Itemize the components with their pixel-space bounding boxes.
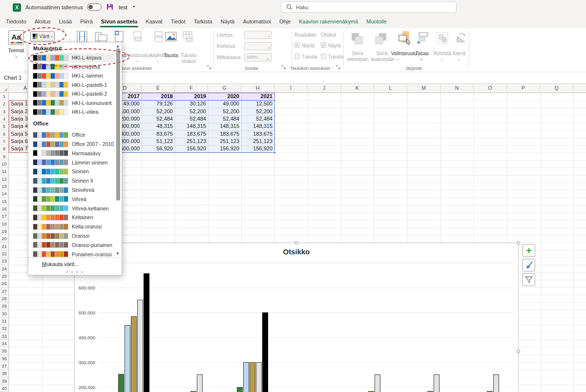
theme-item-vihreä[interactable]: Vihreä bbox=[29, 195, 115, 204]
row-header-28[interactable]: 28 bbox=[0, 295, 8, 302]
row-header-2[interactable]: 2 bbox=[0, 100, 8, 107]
cell-value[interactable]: 148,315 bbox=[175, 123, 208, 130]
cell-value[interactable]: 156,920 bbox=[208, 145, 241, 152]
theme-item-lämmin sininen[interactable]: Lämmin sininen bbox=[29, 158, 115, 167]
theme-item-hki-l-viilea[interactable]: HKI-L-viilea bbox=[29, 107, 115, 117]
select-all-corner[interactable] bbox=[0, 84, 9, 92]
row-header-5[interactable]: 5 bbox=[0, 123, 8, 130]
cell-year-2021[interactable]: 2021 bbox=[241, 93, 274, 100]
scale-to-fit-dialog-launcher-icon[interactable] bbox=[281, 64, 286, 69]
row-header-7[interactable]: 7 bbox=[0, 138, 8, 145]
cell-value[interactable]: 56,920 bbox=[142, 145, 175, 152]
chart-bar-sarja-3[interactable] bbox=[237, 387, 243, 392]
tab-aloitus[interactable]: Aloitus bbox=[34, 16, 52, 28]
row-header-18[interactable]: 18 bbox=[0, 220, 8, 227]
row-header-24[interactable]: 24 bbox=[0, 265, 8, 272]
row-header-25[interactable]: 25 bbox=[0, 272, 8, 280]
chart-filters-button[interactable] bbox=[523, 273, 535, 286]
column-header-I[interactable]: I bbox=[274, 84, 308, 92]
cell-year-2018[interactable]: 2018 bbox=[142, 93, 175, 100]
column-header-F[interactable]: F bbox=[175, 84, 208, 92]
cell-value[interactable]: 52,200 bbox=[208, 108, 241, 115]
row-header-8[interactable]: 8 bbox=[0, 145, 8, 152]
chart-bar-sarja-4[interactable] bbox=[243, 362, 249, 392]
chart-object[interactable]: Otsikko 0100,000200,000300,000400,000500… bbox=[74, 243, 519, 392]
document-title[interactable]: test bbox=[119, 4, 127, 10]
search-input[interactable]: Haku bbox=[281, 1, 457, 13]
cell-value[interactable]: 148,315 bbox=[241, 123, 274, 130]
chart-title[interactable]: Otsikko bbox=[75, 248, 518, 256]
page-setup-dialog-launcher-icon[interactable] bbox=[207, 64, 212, 69]
cell-value[interactable]: 251,123 bbox=[208, 138, 241, 145]
chart-handle-top-center[interactable] bbox=[294, 241, 298, 245]
tab-tiedot[interactable]: Tiedot bbox=[170, 16, 187, 28]
chart-bar-sarja-5[interactable] bbox=[250, 362, 255, 392]
cell-value[interactable]: 48,315 bbox=[142, 123, 175, 130]
cell-value[interactable]: 83,675 bbox=[142, 130, 175, 138]
cell-value[interactable]: 251,123 bbox=[175, 138, 208, 145]
tab-kaavion-rakennen-kym-[interactable]: Kaavion rakennenäkymä bbox=[298, 16, 359, 28]
row-header-39[interactable]: 39 bbox=[0, 377, 8, 385]
theme-item-oranssi[interactable]: Oranssi bbox=[29, 231, 115, 241]
cell-value[interactable]: 52,484 bbox=[241, 115, 274, 123]
theme-item-hki-l-pastelli-1[interactable]: HKI-L-pastelli-1 bbox=[29, 81, 115, 90]
cell-value[interactable]: 12,500 bbox=[241, 100, 274, 107]
theme-item-sinivihreä[interactable]: Sinivihreä bbox=[29, 186, 115, 195]
theme-item-vihreä-keltainen[interactable]: Vihreä-keltainen bbox=[29, 204, 115, 213]
cell-value[interactable]: 52,200 bbox=[175, 108, 208, 115]
cell-value[interactable]: 52,200 bbox=[241, 108, 274, 115]
cell-value[interactable]: 52,484 bbox=[208, 115, 241, 123]
cell-value[interactable]: 52,484 bbox=[142, 115, 175, 123]
background-icon[interactable] bbox=[165, 30, 177, 44]
theme-item-kelta-oranssi[interactable]: Kelta-oranssi bbox=[29, 222, 115, 231]
row-header-10[interactable]: 10 bbox=[0, 160, 8, 167]
row-header-16[interactable]: 16 bbox=[0, 205, 8, 212]
theme-item-oranssi-punainen[interactable]: Oranssi-punainen bbox=[29, 241, 115, 250]
row-header-6[interactable]: 6 bbox=[0, 130, 8, 138]
column-header-M[interactable]: M bbox=[407, 84, 440, 92]
customize-colors-item[interactable]: Mukauta värit... bbox=[42, 261, 79, 267]
row-header-29[interactable]: 29 bbox=[0, 302, 8, 309]
chart-bar-sarja-6[interactable] bbox=[375, 374, 380, 392]
tab-n-yt-[interactable]: Näytä bbox=[220, 16, 236, 28]
cell-value[interactable]: 251,123 bbox=[241, 138, 274, 145]
theme-item-hki-l-lammin[interactable]: HKI-L-lammin bbox=[29, 71, 115, 81]
row-header-22[interactable]: 22 bbox=[0, 250, 8, 257]
chart-bar-sarja-7[interactable] bbox=[262, 312, 268, 392]
cell-value[interactable]: 30,126 bbox=[175, 100, 208, 107]
cell-value[interactable]: 49,000 bbox=[208, 100, 241, 107]
row-header-21[interactable]: 21 bbox=[0, 243, 8, 250]
column-header-K[interactable]: K bbox=[341, 84, 374, 92]
chart-bar-sarja-7[interactable] bbox=[144, 273, 149, 392]
cell-value[interactable]: 148,315 bbox=[208, 123, 241, 130]
row-header-26[interactable]: 26 bbox=[0, 280, 8, 287]
row-header-40[interactable]: 40 bbox=[0, 385, 8, 392]
chart-styles-button[interactable] bbox=[523, 259, 535, 271]
row-header-1[interactable]: 1 bbox=[0, 93, 8, 100]
chart-bar-sarja-6[interactable] bbox=[256, 362, 262, 392]
scrollbar-down-icon[interactable]: ▼ bbox=[116, 251, 120, 256]
tab-tarkista[interactable]: Tarkista bbox=[193, 16, 213, 28]
row-header-33[interactable]: 33 bbox=[0, 332, 8, 340]
column-header-R[interactable]: R bbox=[573, 84, 586, 92]
row-header-32[interactable]: 32 bbox=[0, 325, 8, 332]
cell-year-2020[interactable]: 2020 bbox=[208, 93, 241, 100]
scrollbar-thumb[interactable] bbox=[116, 48, 120, 201]
column-header-G[interactable]: G bbox=[208, 84, 241, 92]
row-header-12[interactable]: 12 bbox=[0, 175, 8, 183]
cell-value[interactable]: 183,675 bbox=[241, 130, 274, 138]
theme-item-sininen ii[interactable]: Sininen II bbox=[29, 176, 115, 186]
document-title-chevron-icon[interactable]: ▾ bbox=[133, 4, 135, 9]
cell-value[interactable]: 156,920 bbox=[175, 145, 208, 152]
cell-value[interactable]: 52,484 bbox=[175, 115, 208, 123]
chart-bar-sarja-6[interactable] bbox=[137, 300, 143, 392]
row-header-13[interactable]: 13 bbox=[0, 183, 8, 190]
column-header-P[interactable]: P bbox=[507, 84, 540, 92]
chart-bar-sarja-5[interactable] bbox=[131, 316, 137, 392]
column-header-L[interactable]: L bbox=[374, 84, 407, 92]
column-header-Q[interactable]: Q bbox=[540, 84, 573, 92]
row-header-38[interactable]: 38 bbox=[0, 370, 8, 377]
dropdown-resize-grip[interactable]: ● ● ● ● bbox=[28, 270, 122, 273]
row-header-23[interactable]: 23 bbox=[0, 257, 8, 265]
row-header-14[interactable]: 14 bbox=[0, 190, 8, 197]
